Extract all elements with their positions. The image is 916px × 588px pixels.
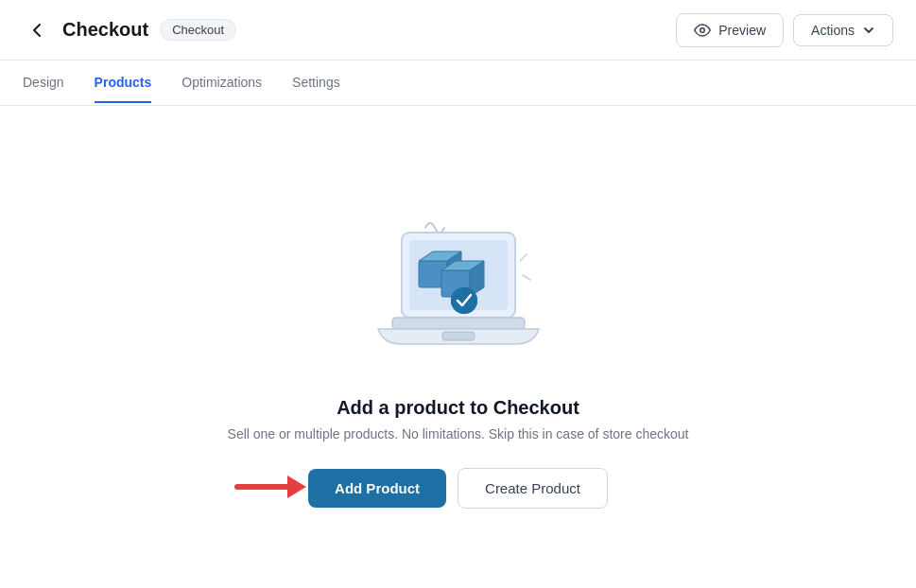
back-arrow-icon	[26, 20, 47, 41]
tab-design[interactable]: Design	[23, 63, 64, 103]
main-content: Add a product to Checkout Sell one or mu…	[0, 106, 916, 588]
preview-label: Preview	[718, 23, 766, 38]
actions-label: Actions	[811, 23, 855, 38]
arrow-container	[233, 470, 308, 508]
action-buttons: Add Product Create Product	[308, 468, 608, 509]
content-subtitle: Sell one or multiple products. No limita…	[228, 426, 689, 441]
content-text: Add a product to Checkout Sell one or mu…	[228, 397, 689, 441]
header: Checkout Checkout Preview Actions	[0, 0, 916, 61]
content-title: Add a product to Checkout	[228, 397, 689, 419]
svg-point-11	[451, 287, 477, 314]
svg-rect-13	[442, 332, 475, 340]
tab-products[interactable]: Products	[95, 63, 152, 103]
svg-point-0	[700, 27, 705, 32]
illustration	[345, 185, 572, 374]
arrow-icon	[233, 470, 308, 504]
create-product-button[interactable]: Create Product	[458, 468, 608, 509]
tabs-bar: Design Products Optimizations Settings	[0, 61, 916, 106]
svg-marker-14	[287, 476, 306, 498]
eye-icon	[694, 22, 711, 39]
header-left: Checkout Checkout	[23, 16, 236, 44]
laptop-svg	[373, 223, 544, 374]
chevron-down-icon	[862, 24, 875, 37]
actions-button[interactable]: Actions	[793, 14, 893, 46]
tab-settings[interactable]: Settings	[292, 63, 340, 103]
breadcrumb-badge: Checkout	[160, 19, 236, 41]
preview-button[interactable]: Preview	[676, 13, 784, 47]
header-right: Preview Actions	[676, 13, 893, 47]
svg-rect-12	[392, 318, 525, 329]
add-product-button[interactable]: Add Product	[308, 469, 446, 508]
tab-optimizations[interactable]: Optimizations	[181, 63, 262, 103]
back-button[interactable]	[23, 16, 51, 44]
page-title: Checkout	[62, 19, 148, 41]
